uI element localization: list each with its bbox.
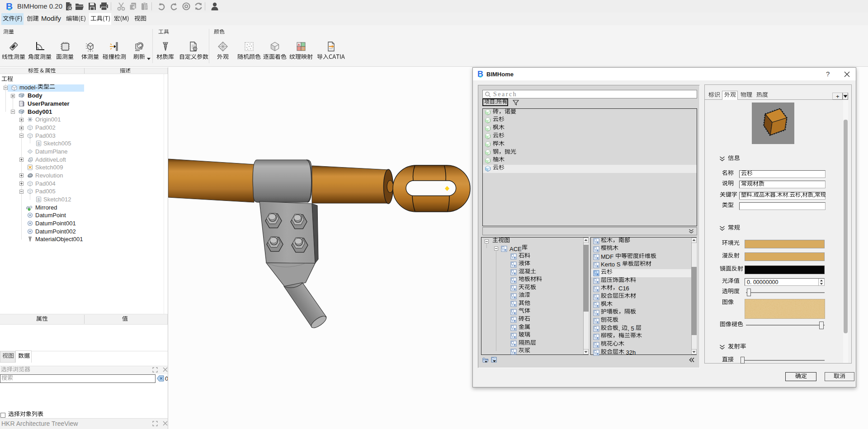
svg-text:S: S [38, 197, 40, 202]
svg-text:S: S [38, 141, 40, 146]
